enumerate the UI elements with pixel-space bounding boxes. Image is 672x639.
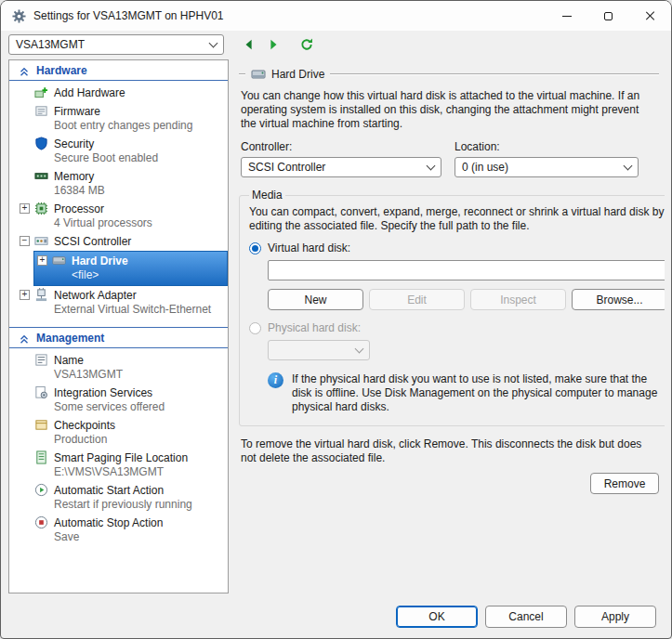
sidebar-item-firmware[interactable]: FirmwareBoot entry changes pending: [9, 102, 228, 135]
expander-spacer: [20, 385, 34, 387]
expander-spacer: [20, 137, 34, 138]
new-button[interactable]: New: [268, 289, 363, 310]
item-label: Memory: [54, 169, 105, 184]
section-items: NameVSA13MGMTIntegration ServicesSome se…: [9, 348, 228, 548]
ok-button[interactable]: OK: [396, 606, 478, 628]
maximize-button[interactable]: [587, 1, 629, 31]
tree-section-management: ManagementNameVSA13MGMTIntegration Servi…: [9, 327, 228, 548]
physical-hard-disk-radio: [249, 322, 261, 334]
scsi-controller-icon: [34, 234, 49, 249]
item-sublabel: 16384 MB: [54, 184, 105, 198]
forward-arrow-icon: [267, 38, 280, 51]
hard-drive-panel: Hard Drive You can change how this virtu…: [237, 59, 665, 593]
security-icon: [34, 137, 49, 151]
item-label: Automatic Stop Action: [54, 515, 163, 530]
info-note: i If the physical hard disk you want to …: [268, 372, 665, 414]
expander-icon[interactable]: +: [20, 288, 34, 300]
sidebar-item-add-hardware[interactable]: Add Hardware: [9, 84, 228, 102]
expander-spacer: [20, 169, 34, 171]
sidebar-item-memory[interactable]: Memory16384 MB: [9, 167, 228, 200]
item-text: Hard Drive<file>: [72, 254, 128, 282]
item-label: Checkpoints: [54, 418, 115, 433]
item-label: Automatic Start Action: [54, 483, 192, 498]
item-sublabel: External Virtual Switch-Ethernet: [54, 303, 211, 317]
controller-value: SCSI Controller: [248, 161, 325, 174]
sidebar-item-hard-drive[interactable]: +Hard Drive<file>: [33, 251, 228, 286]
cancel-button[interactable]: Cancel: [485, 606, 567, 628]
expander-spacer: [20, 450, 34, 452]
expander-spacer: [20, 418, 34, 420]
vm-selector-dropdown[interactable]: VSA13MGMT: [8, 34, 224, 55]
media-group: Media You can compact, convert, expand, …: [239, 189, 665, 426]
refresh-button[interactable]: [296, 34, 317, 55]
item-text: CheckpointsProduction: [54, 418, 115, 447]
sidebar-item-scsi-controller[interactable]: −SCSI Controller: [9, 232, 228, 251]
disk-actions-row: New Edit Inspect Browse...: [268, 289, 665, 310]
section-items: Add HardwareFirmwareBoot entry changes p…: [9, 81, 228, 320]
vm-selector-value: VSA13MGMT: [16, 38, 85, 51]
expander-icon[interactable]: −: [20, 234, 34, 246]
expander-spacer: [20, 104, 34, 106]
section-label: Hardware: [36, 64, 87, 77]
item-text: Network AdapterExternal Virtual Switch-E…: [54, 288, 211, 317]
item-sublabel: Secure Boot enabled: [54, 151, 158, 165]
virtual-hard-disk-label: Virtual hard disk:: [268, 241, 350, 254]
expander-icon[interactable]: +: [37, 254, 52, 266]
panel-title: Hard Drive: [271, 68, 324, 81]
integration-services-icon: [34, 385, 49, 400]
location-field: Location: 0 (in use): [455, 140, 639, 177]
apply-button[interactable]: Apply: [574, 606, 656, 628]
minimize-button[interactable]: [546, 1, 587, 31]
chevron-down-icon: [209, 39, 218, 48]
virtual-disk-path-input[interactable]: [268, 260, 665, 280]
location-dropdown[interactable]: 0 (in use): [455, 157, 639, 177]
sidebar-item-smart-paging-file-location[interactable]: Smart Paging File LocationE:\VMS\VSA13MG…: [9, 449, 228, 481]
item-sublabel: Some services offered: [54, 400, 165, 414]
controller-dropdown[interactable]: SCSI Controller: [241, 157, 441, 177]
refresh-icon: [300, 38, 313, 51]
sidebar-item-network-adapter[interactable]: +Network AdapterExternal Virtual Switch-…: [9, 286, 228, 319]
section-header-hardware: Hardware: [9, 60, 228, 81]
item-sublabel: E:\VMS\VSA13MGMT: [54, 465, 188, 479]
sidebar: HardwareAdd HardwareFirmwareBoot entry c…: [8, 59, 229, 593]
item-sublabel: <file>: [72, 268, 128, 282]
expander-spacer: [20, 515, 34, 517]
remove-button[interactable]: Remove: [590, 473, 659, 494]
navigate-back-button[interactable]: [239, 34, 259, 55]
sidebar-item-checkpoints[interactable]: CheckpointsProduction: [9, 416, 228, 449]
browse-button[interactable]: Browse...: [572, 289, 665, 310]
sidebar-item-processor[interactable]: +Processor4 Virtual processors: [9, 200, 228, 232]
memory-icon: [34, 169, 49, 184]
navigate-forward-button[interactable]: [263, 34, 283, 55]
expander-icon[interactable]: +: [20, 202, 34, 214]
sidebar-item-automatic-stop-action[interactable]: Automatic Stop ActionSave: [9, 514, 228, 546]
info-icon: i: [268, 372, 283, 388]
item-label: Processor: [54, 202, 152, 216]
window-title: Settings for VSA13MGMT on HPHV01: [33, 9, 546, 22]
item-label: SCSI Controller: [54, 234, 131, 249]
virtual-hard-disk-radio[interactable]: [249, 242, 261, 254]
toolbar: VSA13MGMT: [1, 32, 671, 59]
sidebar-item-automatic-start-action[interactable]: Automatic Start ActionRestart if previou…: [9, 481, 228, 514]
titlebar: Settings for VSA13MGMT on HPHV01: [1, 1, 671, 32]
controller-field: Controller: SCSI Controller: [241, 140, 441, 177]
sidebar-item-security[interactable]: SecuritySecure Boot enabled: [9, 135, 228, 167]
physical-disk-dropdown: [268, 340, 370, 360]
item-label: Security: [54, 137, 158, 151]
edit-button: Edit: [369, 289, 465, 310]
sidebar-item-name[interactable]: NameVSA13MGMT: [9, 351, 228, 384]
inspect-button: Inspect: [470, 289, 566, 310]
item-sublabel: Restart if previously running: [54, 498, 192, 512]
intro-text: You can change how this virtual hard dis…: [241, 89, 656, 131]
chevron-down-icon: [624, 162, 633, 171]
item-label: Network Adapter: [54, 288, 211, 303]
virtual-hard-disk-option[interactable]: Virtual hard disk:: [249, 241, 665, 254]
add-hardware-icon: [34, 85, 49, 100]
sidebar-tree: HardwareAdd HardwareFirmwareBoot entry c…: [9, 60, 228, 548]
location-value: 0 (in use): [462, 161, 508, 174]
controller-label: Controller:: [241, 140, 441, 153]
close-button[interactable]: [629, 1, 671, 31]
item-label: Smart Paging File Location: [54, 450, 188, 465]
item-text: SCSI Controller: [54, 234, 131, 249]
sidebar-item-integration-services[interactable]: Integration ServicesSome services offere…: [9, 384, 228, 416]
